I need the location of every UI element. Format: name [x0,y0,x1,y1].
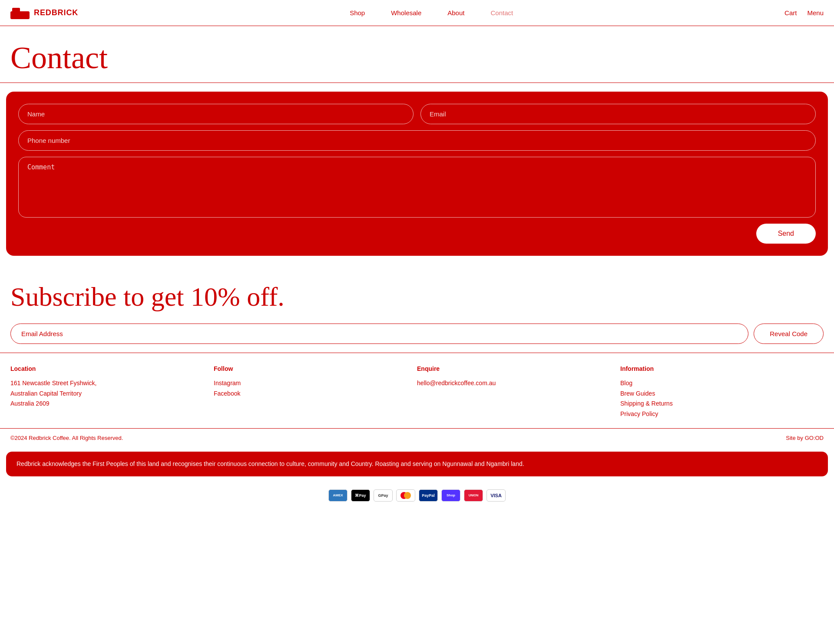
footer-address-line3: Australia 2609 [10,399,214,409]
subscribe-row: Reveal Code [10,324,824,344]
phone-input[interactable] [18,130,816,151]
footer-columns: Location 161 Newcastle Street Fyshwick, … [0,353,834,429]
send-button[interactable]: Send [756,224,816,244]
footer-bottom: ©2024 Redbrick Coffee. All Rights Reserv… [0,429,834,447]
page-title-area: Contact [0,26,834,83]
amex-icon: AMEX [328,489,348,502]
nav-wholesale[interactable]: Wholesale [391,9,421,17]
footer-enquire-heading: Enquire [417,365,620,372]
logo[interactable]: REDBRICK [10,7,78,19]
svg-rect-0 [10,11,30,19]
header: REDBRICK Shop Wholesale About Contact Ca… [0,0,834,26]
subscribe-email-input[interactable] [10,324,748,344]
footer-follow-heading: Follow [214,365,417,372]
page-title: Contact [10,42,824,75]
facebook-link[interactable]: Facebook [214,389,417,399]
subscribe-section: Subscribe to get 10% off. Reveal Code [0,264,834,353]
logo-icon [10,7,30,19]
acknowledgement-text: Redbrick acknowledges the First Peoples … [17,460,524,467]
comment-input[interactable] [18,157,816,218]
footer-address-line1: 161 Newcastle Street Fyshwick, [10,378,214,389]
google-pay-icon: GPay [374,489,393,502]
email-input[interactable] [420,104,816,124]
cart-link[interactable]: Cart [784,9,797,17]
name-input[interactable] [18,104,414,124]
instagram-link[interactable]: Instagram [214,378,417,389]
privacy-link[interactable]: Privacy Policy [620,409,824,419]
contact-form-section: Send [6,92,828,256]
copyright-text: ©2024 Redbrick Coffee. All Rights Reserv… [10,435,123,441]
nav-about[interactable]: About [447,9,464,17]
footer-location-heading: Location [10,365,214,372]
menu-link[interactable]: Menu [807,9,824,17]
subscribe-title: Subscribe to get 10% off. [10,282,824,311]
visa-icon: VISA [486,489,506,502]
brew-guides-link[interactable]: Brew Guides [620,389,824,399]
footer-follow: Follow Instagram Facebook [214,365,417,419]
footer-address-line2: Australian Capital Territory [10,389,214,399]
footer: Location 161 Newcastle Street Fyshwick, … [0,353,834,512]
blog-link[interactable]: Blog [620,378,824,389]
logo-text: REDBRICK [34,8,78,17]
footer-location: Location 161 Newcastle Street Fyshwick, … [10,365,214,419]
svg-rect-1 [12,8,20,12]
form-row-phone [18,130,816,151]
form-footer: Send [18,224,816,244]
footer-information: Information Blog Brew Guides Shipping & … [620,365,824,419]
enquire-email-link[interactable]: hello@redbrickcoffee.com.au [417,378,620,389]
reveal-code-button[interactable]: Reveal Code [754,324,824,344]
shipping-link[interactable]: Shipping & Returns [620,399,824,409]
nav-contact[interactable]: Contact [490,9,513,17]
footer-enquire: Enquire hello@redbrickcoffee.com.au [417,365,620,419]
site-credit: Site by GO:OD [786,435,824,441]
mastercard-icon [396,489,415,502]
nav-shop[interactable]: Shop [350,9,365,17]
paypal-icon: PayPal [419,489,438,502]
payment-icons: AMEX ⌘Pay GPay PayPal Shop UNION VISA [0,481,834,512]
shop-pay-icon: Shop [441,489,460,502]
header-right: Cart Menu [784,9,824,17]
union-pay-icon: UNION [464,489,483,502]
form-row-name-email [18,104,816,124]
acknowledgement-banner: Redbrick acknowledges the First Peoples … [6,452,828,476]
footer-information-heading: Information [620,365,824,372]
main-nav: Shop Wholesale About Contact [350,9,513,17]
apple-pay-icon: ⌘Pay [351,489,370,502]
